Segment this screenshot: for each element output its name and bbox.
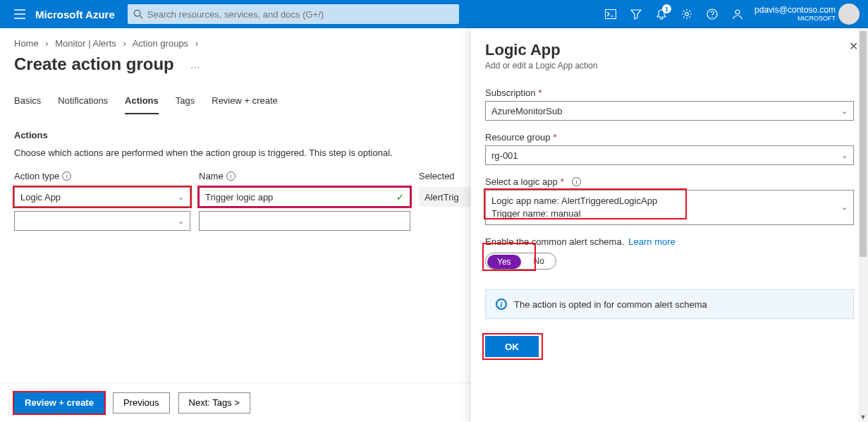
checkmark-icon: ✓ bbox=[396, 192, 404, 203]
action-name-input-row1[interactable]: Trigger logic app ✓ bbox=[199, 187, 410, 207]
info-icon[interactable]: i bbox=[226, 171, 236, 181]
tab-tags[interactable]: Tags bbox=[176, 95, 195, 114]
select-logic-app-label: Select a logic app * i bbox=[485, 176, 854, 187]
search-input[interactable] bbox=[147, 9, 453, 20]
notifications-bell-icon[interactable]: 1 bbox=[649, 0, 674, 28]
previous-button[interactable]: Previous bbox=[113, 392, 170, 414]
vertical-scrollbar[interactable]: ▲ ▼ bbox=[858, 28, 868, 422]
column-header-action-type: Action type i bbox=[14, 171, 190, 181]
top-navigation-bar: Microsoft Azure 1 pdavis@contoso.com MIC… bbox=[0, 0, 868, 28]
panel-subtitle: Add or edit a Logic App action bbox=[485, 61, 854, 71]
enable-schema-no[interactable]: No bbox=[522, 253, 556, 269]
chevron-down-icon: ⌄ bbox=[841, 202, 848, 212]
enable-schema-toggle[interactable]: Yes No bbox=[485, 253, 556, 270]
search-icon bbox=[133, 9, 143, 19]
logic-app-panel: ✕ Logic App Add or edit a Logic App acti… bbox=[471, 28, 868, 422]
tab-notifications[interactable]: Notifications bbox=[58, 95, 108, 114]
logic-app-name-line: Logic app name: AlertTriggeredLogicApp bbox=[491, 195, 657, 207]
info-icon[interactable]: i bbox=[572, 177, 581, 186]
subscription-select[interactable]: AzureMonitorSub ⌄ bbox=[485, 101, 854, 121]
tab-review-create[interactable]: Review + create bbox=[212, 95, 278, 114]
subscription-value: AzureMonitorSub bbox=[491, 106, 562, 116]
svg-point-6 bbox=[711, 16, 712, 17]
page-title: Create action group bbox=[14, 54, 174, 74]
enable-schema-label: Enable the common alert schema.Learn mor… bbox=[485, 236, 854, 247]
close-icon[interactable]: ✕ bbox=[849, 40, 858, 53]
more-menu-icon[interactable]: ··· bbox=[190, 61, 200, 72]
column-header-name: Name i bbox=[199, 171, 410, 181]
breadcrumb-monitor-alerts[interactable]: Monitor | Alerts bbox=[55, 38, 116, 49]
svg-rect-2 bbox=[606, 10, 616, 19]
svg-point-7 bbox=[735, 10, 740, 14]
subscription-label: Subscription * bbox=[485, 88, 854, 98]
svg-point-4 bbox=[685, 13, 689, 16]
chevron-down-icon: ⌄ bbox=[841, 151, 848, 160]
user-account-info[interactable]: pdavis@contoso.com MICROSOFT bbox=[754, 6, 836, 22]
chevron-down-icon: ⌄ bbox=[841, 107, 848, 116]
action-type-value: Logic App bbox=[20, 192, 61, 203]
breadcrumb-home[interactable]: Home bbox=[14, 38, 39, 49]
settings-gear-icon[interactable] bbox=[674, 0, 699, 28]
user-org: MICROSOFT bbox=[754, 16, 836, 23]
svg-point-0 bbox=[134, 10, 140, 16]
next-button[interactable]: Next: Tags > bbox=[178, 392, 250, 414]
directory-filter-icon[interactable] bbox=[623, 0, 649, 28]
hamburger-menu-icon[interactable] bbox=[6, 0, 34, 28]
tab-actions[interactable]: Actions bbox=[125, 95, 159, 114]
logic-app-trigger-line: Trigger name: manual bbox=[491, 207, 657, 220]
cloud-shell-icon[interactable] bbox=[598, 0, 623, 28]
avatar[interactable] bbox=[838, 4, 860, 25]
scrollbar-thumb[interactable] bbox=[860, 31, 867, 257]
enable-schema-yes[interactable]: Yes bbox=[487, 255, 521, 269]
info-banner-text: The action is opted in for common alert … bbox=[514, 299, 707, 310]
chevron-down-icon: ⌄ bbox=[178, 193, 184, 202]
chevron-right-icon: › bbox=[123, 38, 126, 49]
breadcrumb-action-groups[interactable]: Action groups bbox=[133, 38, 189, 49]
scroll-down-arrow-icon[interactable]: ▼ bbox=[858, 412, 868, 422]
resource-group-label: Resource group * bbox=[485, 132, 854, 143]
tab-basics[interactable]: Basics bbox=[14, 95, 41, 114]
chevron-down-icon: ⌄ bbox=[178, 217, 184, 226]
info-banner: i The action is opted in for common aler… bbox=[485, 289, 854, 319]
feedback-icon[interactable] bbox=[725, 0, 750, 28]
resource-group-value: rg-001 bbox=[491, 150, 518, 161]
panel-title: Logic App bbox=[485, 41, 854, 59]
action-name-value: Trigger logic app bbox=[205, 192, 273, 203]
action-type-select-row1[interactable]: Logic App ⌄ bbox=[14, 187, 190, 207]
help-icon[interactable] bbox=[699, 0, 725, 28]
resource-group-select[interactable]: rg-001 ⌄ bbox=[485, 145, 854, 165]
notification-badge: 1 bbox=[662, 4, 671, 13]
logic-app-select[interactable]: Logic app name: AlertTriggeredLogicApp T… bbox=[485, 190, 854, 225]
info-icon: i bbox=[496, 299, 507, 310]
learn-more-link[interactable]: Learn more bbox=[628, 236, 675, 247]
chevron-right-icon: › bbox=[195, 38, 198, 49]
ok-button[interactable]: OK bbox=[485, 336, 539, 357]
user-email: pdavis@contoso.com bbox=[754, 6, 836, 15]
global-search[interactable] bbox=[128, 4, 459, 24]
action-name-input-row2[interactable] bbox=[199, 211, 410, 231]
action-type-select-row2[interactable]: ⌄ bbox=[14, 211, 190, 231]
brand-label: Microsoft Azure bbox=[35, 8, 115, 20]
review-create-button[interactable]: Review + create bbox=[14, 392, 104, 414]
svg-line-1 bbox=[140, 16, 142, 18]
info-icon[interactable]: i bbox=[62, 171, 71, 181]
chevron-right-icon: › bbox=[45, 38, 48, 49]
